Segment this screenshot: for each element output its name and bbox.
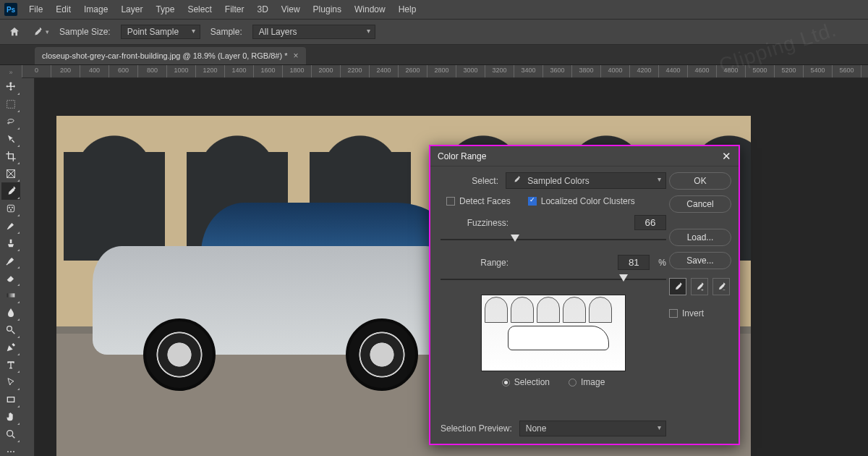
document-tabs: closeup-shot-grey-car-front-building.jpg… [0,45,868,65]
menu-3d[interactable]: 3D [251,1,273,17]
zoom-tool[interactable] [1,426,20,443]
svg-rect-3 [7,205,14,211]
ruler-horizontal: 0200400600800100012001400160018002000220… [22,65,868,78]
eyedropper-tool-icon[interactable]: ▾ [32,23,49,41]
move-tool[interactable] [1,78,20,96]
svg-point-4 [9,207,9,208]
ruler-vertical [22,78,35,456]
preview-thumbnail[interactable] [481,295,626,371]
path-select-tool[interactable] [1,373,20,391]
history-brush-tool[interactable] [1,252,20,269]
fuzziness-input[interactable] [634,215,666,230]
pen-tool[interactable] [1,339,20,356]
lasso-tool[interactable] [1,113,20,130]
edit-toolbar[interactable]: ⋯ [1,443,20,456]
svg-point-10 [7,431,13,436]
radio-selection-label: Selection [514,377,550,387]
sample-select[interactable]: All Layers [252,25,375,39]
svg-point-6 [10,209,11,210]
menu-edit[interactable]: Edit [50,1,77,17]
radio-selection[interactable]: Selection [502,377,550,387]
document-tab-label: closeup-shot-grey-car-front-building.jpg… [42,51,288,60]
clone-stamp-tool[interactable] [1,235,20,252]
app-logo: Ps [4,3,17,16]
menu-layer[interactable]: Layer [115,1,148,17]
menu-view[interactable]: View [276,1,306,17]
fuzziness-label: Fuzziness: [441,218,509,228]
detect-faces-checkbox[interactable]: Detect Faces [446,196,511,206]
ok-button[interactable]: OK [669,172,731,190]
eyedropper-subtract-icon[interactable]: − [712,278,730,295]
selection-preview-dropdown[interactable]: None [519,421,666,436]
eyedropper-icon[interactable] [669,278,686,295]
sample-size-label: Sample Size: [59,27,111,37]
range-unit: % [658,258,666,268]
menu-image[interactable]: Image [78,1,114,17]
menu-plugins[interactable]: Plugins [307,1,347,17]
menu-filter[interactable]: Filter [219,1,250,17]
marquee-tool[interactable] [1,96,20,113]
range-input[interactable] [618,255,650,270]
eraser-tool[interactable] [1,269,20,287]
dodge-tool[interactable] [1,321,20,339]
crop-tool[interactable] [1,148,20,165]
svg-text:+: + [701,287,704,292]
eyedropper-add-icon[interactable]: + [691,278,708,295]
healing-brush-tool[interactable] [1,200,20,217]
type-tool[interactable] [1,356,20,373]
radio-image[interactable]: Image [569,377,605,387]
document-tab[interactable]: closeup-shot-grey-car-front-building.jpg… [35,47,306,64]
localized-label: Localized Color Clusters [541,196,635,206]
svg-point-1 [8,122,9,124]
options-bar: ▾ Sample Size: Point Sample Sample: All … [0,19,868,45]
select-value: Sampled Colors [527,176,589,186]
blur-tool[interactable] [1,304,20,321]
menu-bar: Ps File Edit Image Layer Type Select Fil… [0,0,868,19]
gradient-tool[interactable] [1,287,20,304]
brush-tool[interactable] [1,217,20,235]
range-slider[interactable] [441,273,666,286]
selection-preview-label: Selection Preview: [441,423,512,434]
quick-select-tool[interactable] [1,130,20,148]
radio-image-label: Image [581,377,605,387]
menu-help[interactable]: Help [393,1,422,17]
svg-point-8 [7,326,12,332]
svg-rect-9 [7,397,14,402]
close-icon[interactable]: × [294,51,299,61]
eyedropper-tool[interactable] [1,182,20,200]
svg-rect-7 [7,293,15,297]
expand-toolbox-icon[interactable]: » [7,68,15,77]
select-label: Select: [441,176,498,186]
dialog-title: Color Range [438,151,486,161]
hand-tool[interactable] [1,408,20,426]
close-icon[interactable]: ✕ [722,150,731,163]
home-icon[interactable] [7,25,22,39]
rectangle-tool[interactable] [1,391,20,408]
sample-size-select[interactable]: Point Sample [121,25,200,39]
invert-checkbox[interactable]: Invert [669,308,704,318]
fuzziness-slider[interactable] [441,233,666,246]
eyedropper-icon [512,176,523,186]
range-label: Range: [441,258,509,268]
svg-rect-0 [7,101,15,109]
menu-file[interactable]: File [23,1,48,17]
invert-label: Invert [682,308,704,318]
svg-point-5 [12,207,12,208]
color-range-dialog: Color Range ✕ Select: Sampled Colors Det… [429,145,740,445]
tool-panel: » ⋯ [0,65,22,456]
menu-select[interactable]: Select [182,1,217,17]
menu-type[interactable]: Type [150,1,180,17]
frame-tool[interactable] [1,165,20,182]
cancel-button[interactable]: Cancel [669,195,731,213]
save-button[interactable]: Save... [669,252,731,269]
detect-faces-label: Detect Faces [459,196,511,206]
menu-window[interactable]: Window [349,1,391,17]
localized-clusters-checkbox[interactable]: Localized Color Clusters [528,196,635,206]
sample-label: Sample: [210,27,242,37]
svg-text:−: − [723,287,726,292]
load-button[interactable]: Load... [669,229,731,246]
select-dropdown[interactable]: Sampled Colors [506,172,666,189]
